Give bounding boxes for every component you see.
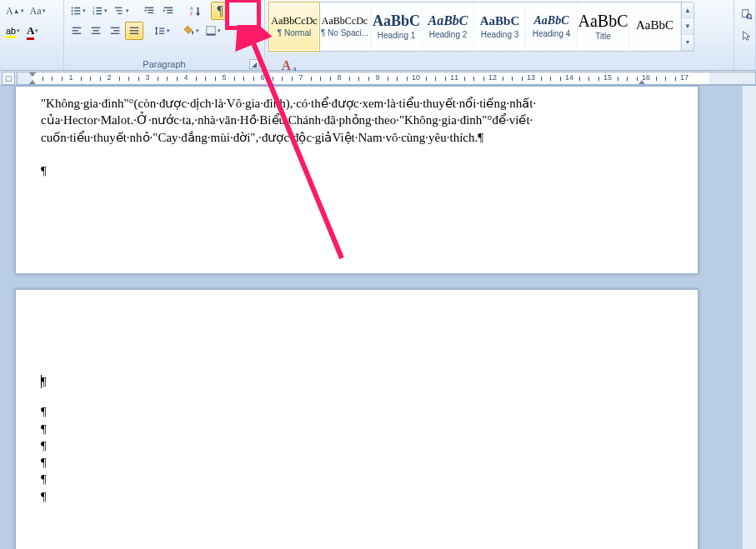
select-button[interactable] bbox=[738, 27, 756, 45]
horizontal-ruler[interactable]: 1234567891011121314151617 bbox=[17, 72, 756, 85]
empty-paragraph[interactable]: ¶ bbox=[41, 437, 673, 454]
svg-rect-15 bbox=[145, 7, 154, 8]
svg-point-4 bbox=[72, 12, 73, 14]
style-preview: AaBbCcDc bbox=[271, 16, 317, 26]
grow-font-button[interactable]: A▲▾ bbox=[3, 2, 27, 20]
shading-button[interactable]: ▾ bbox=[181, 22, 202, 40]
editing-group bbox=[734, 0, 756, 70]
style-preview: AaBbC bbox=[533, 15, 568, 27]
svg-rect-26 bbox=[73, 27, 82, 28]
svg-rect-37 bbox=[130, 33, 139, 34]
style-item-heading-1[interactable]: AaBbCHeading 1 bbox=[371, 2, 423, 51]
numbering-button[interactable]: 123▾ bbox=[89, 2, 110, 20]
svg-rect-41 bbox=[159, 28, 164, 29]
style-label: ¶ No Spaci... bbox=[321, 28, 368, 37]
svg-rect-31 bbox=[92, 33, 101, 34]
right-indent-marker[interactable] bbox=[638, 80, 645, 84]
font-group-label bbox=[3, 57, 60, 70]
hanging-indent-marker[interactable] bbox=[29, 80, 36, 84]
svg-rect-14 bbox=[118, 13, 122, 14]
svg-rect-5 bbox=[74, 13, 80, 14]
style-item---normal[interactable]: AaBbCcDc¶ Normal bbox=[268, 2, 320, 52]
svg-rect-46 bbox=[207, 34, 216, 36]
ruler-number: 3 bbox=[145, 73, 149, 82]
svg-rect-36 bbox=[130, 30, 139, 31]
borders-button[interactable]: ▾ bbox=[203, 22, 223, 40]
document-area: "Không·gia·đình"°(còn·được·dịch·là·Vô·gi… bbox=[0, 86, 756, 549]
ruler-area: ▢ 1234567891011121314151617 bbox=[0, 71, 756, 86]
svg-marker-18 bbox=[144, 9, 147, 12]
empty-paragraph[interactable]: ¶ bbox=[41, 373, 673, 390]
styles-scroll-down[interactable]: ▼ bbox=[682, 18, 693, 34]
svg-rect-20 bbox=[167, 10, 173, 11]
style-label: Heading 1 bbox=[378, 31, 416, 40]
ruler-number: 11 bbox=[450, 73, 458, 82]
style-preview: AaBbC bbox=[480, 15, 520, 27]
styles-gallery: AaBbCcDc¶ NormalAaBbCcDc¶ No Spaci...AaB… bbox=[268, 2, 694, 52]
page-1[interactable]: "Không·gia·đình"°(còn·được·dịch·là·Vô·gi… bbox=[15, 86, 698, 274]
svg-rect-33 bbox=[113, 30, 119, 31]
styles-expand[interactable]: ▾ bbox=[682, 35, 693, 51]
align-justify-button[interactable] bbox=[125, 22, 143, 40]
styles-scroll-up[interactable]: ▲ bbox=[682, 2, 693, 18]
svg-text:A: A bbox=[190, 6, 193, 11]
svg-rect-30 bbox=[93, 30, 99, 31]
empty-paragraph[interactable]: ¶ bbox=[41, 488, 673, 505]
align-center-button[interactable] bbox=[87, 22, 105, 40]
ruler-toggle[interactable]: ▢ bbox=[2, 72, 15, 85]
style-item-heading-3[interactable]: AaBbCHeading 3 bbox=[474, 2, 526, 51]
style-item-blank[interactable]: AaBbC bbox=[629, 2, 681, 51]
highlight-button[interactable]: ab▾ bbox=[3, 22, 23, 40]
find-button[interactable] bbox=[738, 5, 756, 23]
ruler-number: 15 bbox=[603, 73, 612, 82]
font-color-button[interactable]: A▾ bbox=[23, 22, 42, 40]
svg-rect-49 bbox=[743, 10, 748, 17]
font-group: A▲▾ Aa▾ ab▾ A▾ bbox=[0, 0, 64, 70]
ruler-number: 10 bbox=[412, 73, 420, 82]
empty-paragraph[interactable]: ¶ bbox=[41, 421, 673, 437]
empty-paragraph[interactable]: ¶ bbox=[41, 162, 673, 179]
svg-rect-28 bbox=[73, 33, 82, 34]
svg-text:Z: Z bbox=[190, 11, 193, 16]
empty-paragraph[interactable]: ¶ bbox=[41, 471, 673, 487]
svg-rect-17 bbox=[148, 12, 153, 13]
document-paragraph[interactable]: "Không·gia·đình"°(còn·được·dịch·là·Vô·gi… bbox=[41, 95, 673, 146]
bullets-button[interactable]: ▾ bbox=[68, 2, 88, 20]
first-line-indent-marker[interactable] bbox=[29, 72, 36, 77]
align-left-button[interactable] bbox=[68, 22, 86, 40]
style-preview: AaBbC bbox=[578, 12, 628, 29]
vertical-scrollbar[interactable] bbox=[742, 86, 756, 549]
ruler-number: 12 bbox=[488, 73, 497, 82]
svg-rect-12 bbox=[115, 7, 123, 8]
change-case-button[interactable]: Aa▾ bbox=[28, 2, 48, 20]
style-item-title[interactable]: AaBbCTitle bbox=[578, 2, 629, 51]
paragraph-dialog-launcher[interactable]: ◢ bbox=[249, 59, 259, 69]
style-preview: AaBbC bbox=[373, 13, 420, 28]
ruler-number: 4 bbox=[183, 73, 188, 82]
ruler-number: 9 bbox=[375, 73, 379, 82]
svg-marker-22 bbox=[163, 9, 166, 12]
svg-rect-34 bbox=[111, 33, 120, 34]
svg-rect-43 bbox=[159, 33, 164, 34]
empty-paragraph[interactable]: ¶ bbox=[41, 403, 673, 420]
multilevel-list-button[interactable]: ▾ bbox=[111, 2, 132, 20]
style-item-heading-2[interactable]: AaBbCHeading 2 bbox=[423, 2, 474, 51]
svg-rect-19 bbox=[164, 7, 173, 8]
paragraph-group-label: Paragraph ◢ bbox=[68, 57, 261, 70]
style-item---no-spaci---[interactable]: AaBbCcDc¶ No Spaci... bbox=[319, 2, 371, 51]
svg-point-0 bbox=[72, 7, 73, 8]
page-2[interactable]: ¶¶¶¶¶¶¶ bbox=[15, 289, 698, 549]
svg-rect-11 bbox=[96, 13, 102, 14]
align-right-button[interactable] bbox=[106, 22, 124, 40]
increase-indent-button[interactable] bbox=[159, 2, 178, 20]
decrease-indent-button[interactable] bbox=[140, 2, 158, 20]
sort-button[interactable]: AZ bbox=[186, 2, 204, 20]
empty-paragraph[interactable]: ¶ bbox=[41, 454, 673, 471]
svg-rect-21 bbox=[167, 12, 173, 13]
styles-gallery-scroller: ▲▼▾ bbox=[681, 2, 693, 51]
show-hide-pilcrow-button[interactable]: ¶ bbox=[211, 2, 229, 20]
svg-marker-52 bbox=[743, 32, 750, 41]
style-item-heading-4[interactable]: AaBbCHeading 4 bbox=[526, 2, 578, 51]
line-spacing-button[interactable]: ▾ bbox=[152, 22, 173, 40]
style-preview: AaBbC bbox=[428, 14, 468, 27]
